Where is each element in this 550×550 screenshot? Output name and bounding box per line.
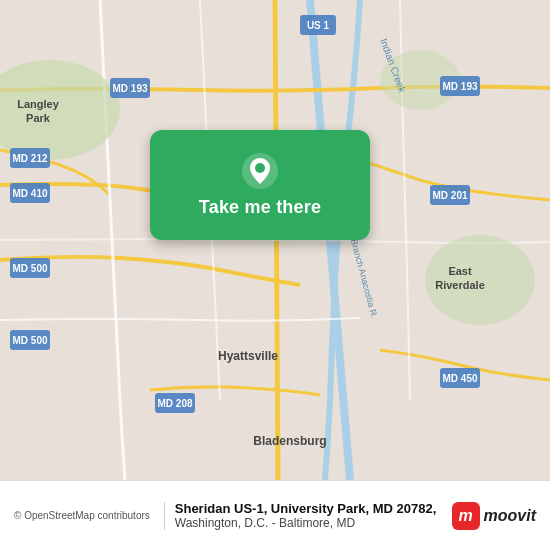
svg-text:US 1: US 1 xyxy=(307,20,330,31)
svg-text:MD 201: MD 201 xyxy=(432,190,467,201)
moovit-brand-name: moovit xyxy=(484,507,536,525)
svg-text:Langley: Langley xyxy=(17,98,59,110)
svg-text:MD 193: MD 193 xyxy=(442,81,477,92)
svg-text:MD 450: MD 450 xyxy=(442,373,477,384)
svg-text:East: East xyxy=(448,265,472,277)
moovit-icon: m xyxy=(452,502,480,530)
svg-text:MD 208: MD 208 xyxy=(157,398,192,409)
svg-point-33 xyxy=(255,163,265,173)
svg-text:Bladensburg: Bladensburg xyxy=(253,434,326,448)
divider xyxy=(164,502,165,530)
copyright-text: © OpenStreetMap contributors xyxy=(14,510,150,521)
moovit-logo: m moovit xyxy=(452,502,536,530)
take-me-there-button[interactable]: Take me there xyxy=(150,130,370,240)
bottom-info-bar: © OpenStreetMap contributors Sheridan US… xyxy=(0,480,550,550)
svg-text:Riverdale: Riverdale xyxy=(435,279,485,291)
location-pin-icon xyxy=(242,153,278,189)
svg-text:MD 212: MD 212 xyxy=(12,153,47,164)
svg-text:MD 410: MD 410 xyxy=(12,188,47,199)
svg-text:Hyattsville: Hyattsville xyxy=(218,349,278,363)
svg-text:MD 500: MD 500 xyxy=(12,335,47,346)
svg-text:Park: Park xyxy=(26,112,51,124)
address-block: Sheridan US-1, University Park, MD 20782… xyxy=(175,501,442,530)
map-background: US 1 MD 193 MD 193 MD 212 MD 410 MD 500 … xyxy=(0,0,550,480)
address-line2: Washington, D.C. - Baltimore, MD xyxy=(175,516,442,530)
take-me-there-label: Take me there xyxy=(199,197,321,218)
address-line1: Sheridan US-1, University Park, MD 20782… xyxy=(175,501,442,516)
svg-text:MD 193: MD 193 xyxy=(112,83,147,94)
map-container: US 1 MD 193 MD 193 MD 212 MD 410 MD 500 … xyxy=(0,0,550,480)
svg-text:MD 500: MD 500 xyxy=(12,263,47,274)
moovit-brand-icon: m xyxy=(458,508,472,524)
